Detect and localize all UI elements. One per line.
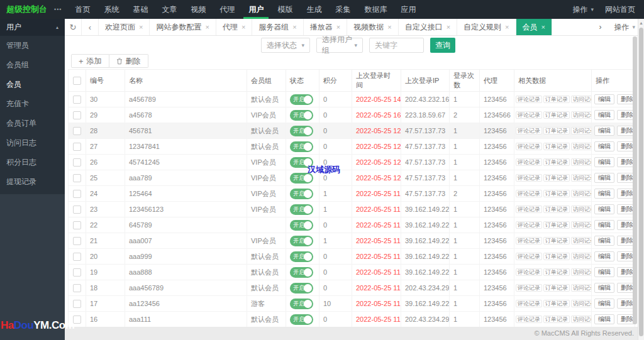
row-action-button[interactable]: 编辑 — [594, 126, 614, 136]
status-toggle[interactable]: 开启 — [290, 251, 313, 262]
topbar-nav-item[interactable]: 基础 — [126, 0, 155, 19]
related-record-button[interactable]: 访问记录 — [571, 221, 592, 229]
tab[interactable]: 网站参数配置 × — [150, 19, 216, 35]
add-button[interactable]: + 添加 — [71, 54, 109, 68]
related-record-button[interactable]: 订单记录 — [543, 127, 570, 134]
row-checkbox[interactable] — [73, 253, 81, 261]
status-toggle[interactable]: 开启 — [290, 141, 313, 152]
topbar-nav-item[interactable]: 文章 — [155, 0, 184, 19]
related-record-button[interactable]: 订单记录 — [543, 221, 570, 229]
row-action-button[interactable]: 编辑 — [594, 204, 614, 214]
related-record-button[interactable]: 访问记录 — [571, 127, 592, 134]
topbar-nav-item[interactable]: 数据库 — [357, 0, 394, 19]
row-action-button[interactable]: 编辑 — [594, 267, 614, 277]
tabs-scroll-left-icon[interactable]: ‹ — [82, 19, 99, 35]
related-record-button[interactable]: 访问记录 — [571, 143, 592, 150]
tab-action-dropdown[interactable]: 操作 ▾ — [614, 22, 635, 33]
related-record-button[interactable]: 订单记录 — [543, 158, 570, 166]
row-action-button[interactable]: 编辑 — [594, 220, 614, 230]
related-record-button[interactable]: 订单记录 — [543, 111, 570, 119]
tabs-scroll-right-icon[interactable]: › — [599, 23, 601, 31]
related-record-button[interactable]: 评论记录 — [516, 143, 542, 150]
related-record-button[interactable]: 订单记录 — [543, 143, 570, 150]
tab[interactable]: 代理 × — [216, 19, 252, 35]
tab[interactable]: 欢迎页面 × — [99, 19, 150, 35]
row-action-button[interactable]: 编辑 — [594, 189, 614, 199]
status-toggle[interactable]: 开启 — [290, 94, 313, 105]
status-toggle[interactable]: 开启 — [290, 267, 313, 278]
related-record-button[interactable]: 访问记录 — [571, 300, 592, 307]
row-action-button[interactable]: 编辑 — [594, 236, 614, 246]
related-record-button[interactable]: 评论记录 — [516, 284, 542, 292]
topbar-nav-item[interactable]: 首页 — [68, 0, 97, 19]
row-action-button[interactable]: 编辑 — [594, 157, 614, 167]
status-toggle[interactable]: 开启 — [290, 110, 313, 121]
tab-close-icon[interactable]: × — [205, 23, 209, 31]
related-record-button[interactable]: 评论记录 — [516, 158, 542, 166]
related-record-button[interactable]: 订单记录 — [543, 206, 570, 213]
related-record-button[interactable]: 评论记录 — [516, 127, 542, 134]
sidebar-menu-item[interactable]: 会员 — [0, 75, 65, 94]
related-record-button[interactable]: 评论记录 — [516, 268, 542, 276]
related-record-button[interactable]: 评论记录 — [516, 237, 542, 244]
related-record-button[interactable]: 访问记录 — [571, 268, 592, 276]
keyword-input[interactable] — [369, 38, 424, 53]
site-home-link[interactable]: 网站首页 — [605, 4, 635, 15]
related-record-button[interactable]: 评论记录 — [516, 96, 542, 103]
status-toggle[interactable]: 开启 — [290, 204, 313, 215]
tab[interactable]: 播放器 × — [304, 19, 347, 35]
topbar-nav-item[interactable]: 系统 — [97, 0, 126, 19]
tab-close-icon[interactable]: × — [541, 23, 545, 31]
row-checkbox[interactable] — [73, 237, 81, 245]
sidebar-menu-item[interactable]: 提现记录 — [0, 172, 65, 192]
row-checkbox[interactable] — [73, 96, 81, 104]
related-record-button[interactable]: 订单记录 — [543, 253, 570, 260]
related-record-button[interactable]: 评论记录 — [516, 221, 542, 229]
row-checkbox[interactable] — [73, 206, 81, 214]
user-group-select[interactable]: 选择用户组 ▾ — [316, 38, 363, 53]
delete-button[interactable]: 删除 — [109, 54, 148, 68]
related-record-button[interactable]: 评论记录 — [516, 300, 542, 307]
tab-close-icon[interactable]: × — [336, 23, 340, 31]
related-record-button[interactable]: 访问记录 — [571, 237, 592, 244]
related-record-button[interactable]: 订单记录 — [543, 268, 570, 276]
related-record-button[interactable]: 访问记录 — [571, 158, 592, 166]
related-record-button[interactable]: 订单记录 — [543, 174, 570, 182]
refresh-icon[interactable]: ↻ — [65, 19, 82, 35]
sidebar-menu-item[interactable]: 管理员 — [0, 36, 65, 55]
tab-close-icon[interactable]: × — [139, 23, 143, 31]
sidebar-menu-item[interactable]: 充值卡 — [0, 94, 65, 114]
related-record-button[interactable]: 访问记录 — [571, 111, 592, 119]
row-action-button[interactable]: 编辑 — [594, 314, 614, 324]
related-record-button[interactable]: 订单记录 — [543, 237, 570, 244]
related-record-button[interactable]: 订单记录 — [543, 96, 570, 103]
status-toggle[interactable]: 开启 — [290, 299, 313, 309]
tab[interactable]: 自定义规则 × — [457, 19, 516, 35]
row-checkbox[interactable] — [73, 190, 81, 198]
related-record-button[interactable]: 订单记录 — [543, 300, 570, 307]
tab[interactable]: 服务器组 × — [252, 19, 303, 35]
related-record-button[interactable]: 访问记录 — [571, 284, 592, 292]
tab-close-icon[interactable]: × — [447, 23, 450, 31]
related-record-button[interactable]: 访问记录 — [571, 174, 592, 182]
status-toggle[interactable]: 开启 — [290, 314, 313, 325]
page-scrollbar-thumb[interactable] — [639, 28, 643, 336]
topbar-nav-item[interactable]: 代理 — [213, 0, 242, 19]
more-dots-icon[interactable]: ••• — [54, 6, 62, 13]
page-scrollbar[interactable]: ▲ — [638, 19, 644, 340]
row-checkbox[interactable] — [73, 284, 81, 292]
related-record-button[interactable]: 评论记录 — [516, 190, 542, 197]
row-checkbox[interactable] — [73, 221, 81, 229]
related-record-button[interactable]: 评论记录 — [516, 315, 542, 323]
topbar-nav-item[interactable]: 生成 — [299, 0, 328, 19]
row-checkbox[interactable] — [73, 143, 81, 151]
search-button[interactable]: 查询 — [430, 38, 455, 53]
row-checkbox[interactable] — [73, 174, 81, 182]
row-action-button[interactable]: 编辑 — [594, 141, 614, 151]
row-action-button[interactable]: 编辑 — [594, 299, 614, 309]
topbar-nav-item[interactable]: 用户 — [242, 0, 270, 19]
status-toggle[interactable]: 开启 — [290, 236, 313, 246]
related-record-button[interactable]: 订单记录 — [543, 315, 570, 323]
status-toggle[interactable]: 开启 — [290, 220, 313, 231]
scrollbar-up-arrow-icon[interactable]: ▲ — [638, 19, 644, 27]
